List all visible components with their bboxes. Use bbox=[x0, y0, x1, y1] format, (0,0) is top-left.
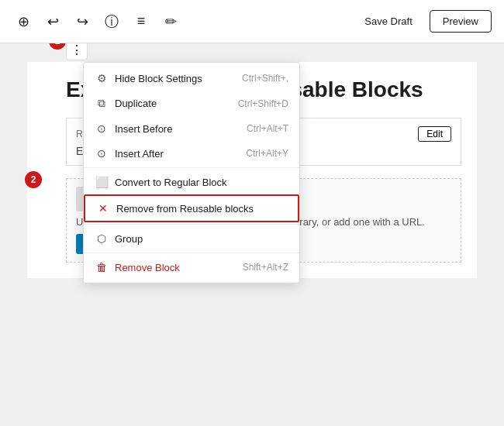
info-icon[interactable]: ⓘ bbox=[101, 11, 123, 33]
menu-item-insert-after[interactable]: ⊙ Insert After Ctrl+Alt+Y bbox=[84, 141, 299, 166]
preview-button[interactable]: Preview bbox=[430, 10, 492, 33]
menu-label-insert-before: Insert Before bbox=[115, 123, 172, 135]
editor-inner: Example Post for Reusable Blocks 1 ⋮ Reu… bbox=[27, 62, 477, 278]
shortcut-duplicate: Ctrl+Shift+D bbox=[238, 98, 288, 109]
block-options-button[interactable]: ⋮ bbox=[66, 43, 88, 60]
menu-item-duplicate[interactable]: ⧉ Duplicate Ctrl+Shift+D bbox=[84, 91, 299, 116]
edit-reusable-button[interactable]: Edit bbox=[418, 126, 451, 142]
menu-divider-3 bbox=[84, 253, 299, 253]
menu-label-remove-block: Remove Block bbox=[115, 262, 180, 273]
undo-icon[interactable]: ↩ bbox=[42, 11, 64, 33]
insert-before-icon: ⊙ bbox=[95, 122, 109, 135]
shortcut-insert-after: Ctrl+Alt+Y bbox=[246, 148, 288, 159]
menu-item-left-rb: 🗑 Remove Block bbox=[95, 261, 180, 273]
insert-after-icon: ⊙ bbox=[95, 147, 109, 160]
menu-item-group[interactable]: ⬡ Group bbox=[84, 226, 299, 251]
list-icon[interactable]: ≡ bbox=[130, 11, 152, 33]
menu-divider-2 bbox=[84, 224, 299, 225]
redo-icon[interactable]: ↪ bbox=[71, 11, 93, 33]
toolbar-left: ⊕ ↩ ↪ ⓘ ≡ ✏ bbox=[12, 11, 181, 33]
menu-item-left-ib: ⊙ Insert Before bbox=[95, 122, 172, 135]
gear-icon: ⚙ bbox=[95, 72, 109, 84]
duplicate-icon: ⧉ bbox=[95, 97, 109, 110]
menu-item-left-grp: ⬡ Group bbox=[95, 232, 143, 245]
menu-item-left-conv: ⬜ Convert to Regular Block bbox=[95, 176, 227, 188]
menu-item-remove-reusable[interactable]: ✕ Remove from Reusable blocks bbox=[84, 194, 299, 222]
menu-label-convert: Convert to Regular Block bbox=[115, 177, 227, 188]
menu-label-insert-after: Insert After bbox=[115, 148, 164, 160]
menu-item-hide-block-settings[interactable]: ⚙ Hide Block Settings Ctrl+Shift+, bbox=[84, 66, 299, 91]
badge-1: 1 bbox=[49, 43, 66, 50]
menu-item-left: ⚙ Hide Block Settings bbox=[95, 72, 202, 84]
shortcut-insert-before: Ctrl+Alt+T bbox=[247, 123, 288, 134]
group-icon: ⬡ bbox=[95, 232, 109, 245]
editor-area: Example Post for Reusable Blocks 1 ⋮ Reu… bbox=[0, 43, 504, 426]
add-block-icon[interactable]: ⊕ bbox=[12, 11, 34, 33]
save-draft-button[interactable]: Save Draft bbox=[355, 11, 421, 32]
menu-item-left-dup: ⧉ Duplicate bbox=[95, 97, 157, 110]
shortcut-remove-block: Shift+Alt+Z bbox=[243, 262, 288, 273]
menu-divider-1 bbox=[84, 167, 299, 168]
badge-2: 2 bbox=[25, 171, 42, 188]
menu-item-left-ia: ⊙ Insert After bbox=[95, 147, 164, 160]
menu-item-insert-before[interactable]: ⊙ Insert Before Ctrl+Alt+T bbox=[84, 116, 299, 141]
edit-icon[interactable]: ✏ bbox=[160, 11, 181, 33]
context-menu: ⚙ Hide Block Settings Ctrl+Shift+, ⧉ Dup… bbox=[83, 62, 300, 283]
menu-label-hide: Hide Block Settings bbox=[115, 73, 202, 84]
toolbar: ⊕ ↩ ↪ ⓘ ≡ ✏ Save Draft Preview bbox=[0, 0, 504, 43]
menu-label-remove-reusable: Remove from Reusable blocks bbox=[116, 203, 254, 215]
menu-label-duplicate: Duplicate bbox=[115, 98, 157, 109]
menu-item-left-rr: ✕ Remove from Reusable blocks bbox=[96, 202, 254, 215]
menu-item-convert[interactable]: ⬜ Convert to Regular Block bbox=[84, 170, 299, 194]
trash-icon: 🗑 bbox=[95, 261, 109, 273]
toolbar-right: Save Draft Preview bbox=[355, 10, 492, 33]
menu-label-group: Group bbox=[115, 233, 143, 245]
remove-reusable-icon: ✕ bbox=[96, 202, 110, 215]
convert-icon: ⬜ bbox=[95, 176, 109, 188]
menu-item-remove-block[interactable]: 🗑 Remove Block Shift+Alt+Z bbox=[84, 255, 299, 280]
shortcut-hide: Ctrl+Shift+, bbox=[242, 73, 288, 84]
